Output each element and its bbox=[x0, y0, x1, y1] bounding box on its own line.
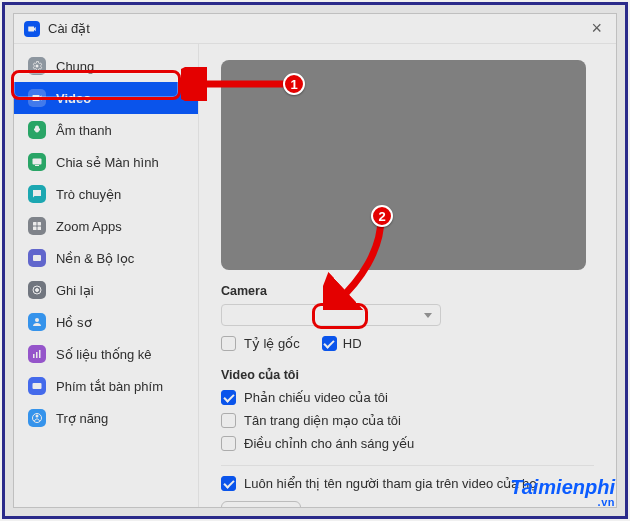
arrow-1 bbox=[181, 67, 291, 101]
aspect-ratio-label: Tỷ lệ gốc bbox=[244, 336, 300, 351]
svg-point-9 bbox=[36, 289, 39, 292]
sidebar-item-4[interactable]: Trò chuyện bbox=[14, 178, 198, 210]
svg-rect-2 bbox=[33, 222, 37, 226]
advanced-button[interactable]: Nâng cao bbox=[221, 501, 301, 507]
sidebar-item-label: Hồ sơ bbox=[56, 315, 92, 330]
watermark: Taimienphi .vn bbox=[510, 476, 615, 508]
svg-rect-12 bbox=[36, 352, 38, 358]
hd-checkbox[interactable] bbox=[322, 336, 337, 351]
close-icon[interactable]: × bbox=[587, 18, 606, 39]
arrow-2 bbox=[323, 210, 403, 310]
myvideo-option-0: Phản chiếu video của tôi bbox=[221, 390, 594, 405]
sidebar-item-5[interactable]: Zoom Apps bbox=[14, 210, 198, 242]
svg-rect-17 bbox=[38, 385, 39, 386]
window-body: ChungVideoÂm thanhChia sẻ Màn hìnhTrò ch… bbox=[14, 44, 616, 507]
svg-rect-6 bbox=[33, 255, 41, 261]
annotation-badge-2: 2 bbox=[371, 205, 393, 227]
sidebar-icon-2 bbox=[28, 121, 46, 139]
highlight-box-1 bbox=[11, 70, 181, 100]
sidebar-icon-9 bbox=[28, 345, 46, 363]
sidebar-item-label: Ghi lại bbox=[56, 283, 94, 298]
sidebar-icon-5 bbox=[28, 217, 46, 235]
divider bbox=[221, 465, 594, 466]
sidebar-item-10[interactable]: Phím tắt bàn phím bbox=[14, 370, 198, 402]
app-icon bbox=[24, 21, 40, 37]
myvideo-option-label: Phản chiếu video của tôi bbox=[244, 390, 388, 405]
sidebar-icon-10 bbox=[28, 377, 46, 395]
sidebar-icon-4 bbox=[28, 185, 46, 203]
svg-point-0 bbox=[36, 65, 39, 68]
myvideo-option-label: Tân trang diện mạo của tôi bbox=[244, 413, 401, 428]
sidebar-icon-3 bbox=[28, 153, 46, 171]
svg-point-20 bbox=[36, 415, 39, 418]
sidebar-item-label: Trợ năng bbox=[56, 411, 108, 426]
sidebar-item-label: Số liệu thống kê bbox=[56, 347, 152, 362]
svg-rect-11 bbox=[33, 354, 35, 358]
sidebar-item-3[interactable]: Chia sẻ Màn hình bbox=[14, 146, 198, 178]
tutorial-frame: Cài đặt × ChungVideoÂm thanhChia sẻ Màn … bbox=[2, 2, 628, 519]
myvideo-checkbox-2[interactable] bbox=[221, 436, 236, 451]
aspect-ratio-checkbox[interactable] bbox=[221, 336, 236, 351]
svg-point-7 bbox=[35, 257, 37, 259]
my-video-label: Video của tôi bbox=[221, 367, 594, 382]
sidebar-item-label: Trò chuyện bbox=[56, 187, 121, 202]
myvideo-option-label: Điều chỉnh cho ánh sáng yếu bbox=[244, 436, 414, 451]
watermark-text: Taimienphi bbox=[510, 476, 615, 498]
sidebar-item-11[interactable]: Trợ năng bbox=[14, 402, 198, 434]
sidebar-item-label: Zoom Apps bbox=[56, 219, 122, 234]
svg-rect-16 bbox=[36, 385, 37, 386]
myvideo-option-2: Điều chỉnh cho ánh sáng yếu bbox=[221, 436, 594, 451]
myvideo-checkbox-0[interactable] bbox=[221, 390, 236, 405]
annotation-badge-1: 1 bbox=[283, 73, 305, 95]
window-title: Cài đặt bbox=[48, 21, 90, 36]
content-pane: Camera Tỷ lệ gốc HD Video của tôi Phản c… bbox=[199, 44, 616, 507]
hd-label: HD bbox=[343, 336, 362, 351]
svg-rect-4 bbox=[33, 227, 37, 231]
svg-rect-15 bbox=[34, 385, 35, 386]
sidebar-icon-8 bbox=[28, 313, 46, 331]
sidebar: ChungVideoÂm thanhChia sẻ Màn hìnhTrò ch… bbox=[14, 44, 199, 507]
sidebar-item-label: Nền & Bộ lọc bbox=[56, 251, 134, 266]
titlebar: Cài đặt × bbox=[14, 14, 616, 44]
sidebar-icon-7 bbox=[28, 281, 46, 299]
always-show-name-label: Luôn hiển thị tên người tham gia trên vi… bbox=[244, 476, 537, 491]
myvideo-checkbox-1[interactable] bbox=[221, 413, 236, 428]
sidebar-icon-11 bbox=[28, 409, 46, 427]
svg-point-10 bbox=[35, 318, 39, 322]
myvideo-option-1: Tân trang diện mạo của tôi bbox=[221, 413, 594, 428]
sidebar-item-2[interactable]: Âm thanh bbox=[14, 114, 198, 146]
camera-label: Camera bbox=[221, 284, 594, 298]
always-show-name-checkbox[interactable] bbox=[221, 476, 236, 491]
svg-rect-3 bbox=[38, 222, 42, 226]
sidebar-item-label: Phím tắt bàn phím bbox=[56, 379, 163, 394]
sidebar-item-label: Âm thanh bbox=[56, 123, 112, 138]
sidebar-item-6[interactable]: Nền & Bộ lọc bbox=[14, 242, 198, 274]
svg-rect-13 bbox=[39, 350, 41, 358]
svg-rect-1 bbox=[33, 159, 42, 165]
svg-rect-14 bbox=[33, 383, 42, 389]
sidebar-item-9[interactable]: Số liệu thống kê bbox=[14, 338, 198, 370]
svg-rect-5 bbox=[38, 227, 42, 231]
sidebar-item-8[interactable]: Hồ sơ bbox=[14, 306, 198, 338]
svg-rect-18 bbox=[35, 387, 39, 388]
sidebar-item-label: Chia sẻ Màn hình bbox=[56, 155, 159, 170]
sidebar-icon-6 bbox=[28, 249, 46, 267]
sidebar-item-7[interactable]: Ghi lại bbox=[14, 274, 198, 306]
